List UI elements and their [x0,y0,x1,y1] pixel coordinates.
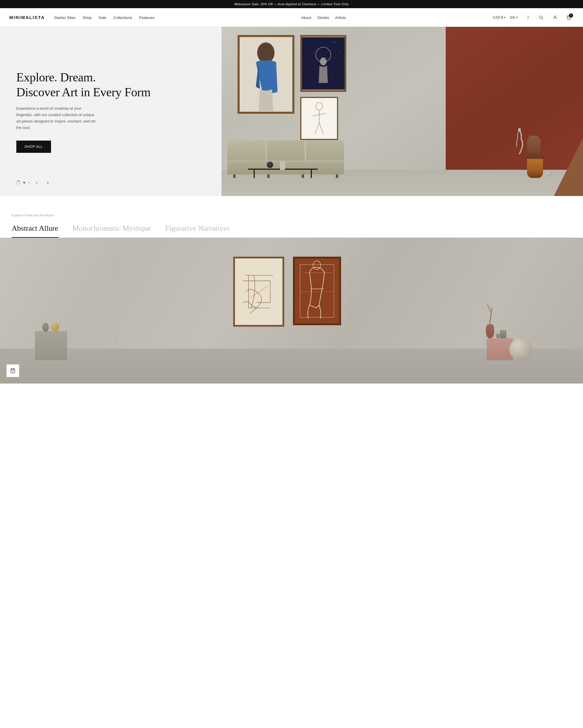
carousel-dot-2[interactable] [28,182,30,183]
small-sphere [546,171,551,176]
nav-link-stories[interactable]: Stories [317,16,329,20]
header: MINIMALISTA Starter Sites Shop Sale Coll… [0,8,583,27]
product-artwork-1-frame [233,257,284,327]
search-icon [539,15,543,20]
nav-link-shop[interactable]: Shop [83,16,91,20]
featured-section: Explore Featured Products Abstract Allur… [0,196,583,238]
decorative-vase [527,136,541,157]
carousel-controls: ‹ › [16,179,52,187]
svg-point-12 [307,58,308,59]
hero-image [222,27,583,196]
header-left: MINIMALISTA Starter Sites Shop Sale Coll… [9,15,155,20]
nav-link-collections[interactable]: Collections [113,16,132,20]
large-sphere [509,338,532,361]
cone-decoration [554,138,583,196]
sofa-back [227,140,344,161]
svg-point-9 [310,44,310,44]
nav-link-artists[interactable]: Artists [335,16,346,20]
hero-description: Experience a world of creativity at your… [16,105,98,131]
product-image-section [0,238,583,384]
hero-content: Explore. Dream. Discover Art in Every Fo… [0,27,222,196]
sculpture [513,127,526,157]
svg-point-11 [339,52,340,52]
announcement-bar: Midseason Sale: 20% Off — Auto Applied a… [0,0,583,8]
search-button[interactable] [536,13,546,22]
svg-point-0 [539,16,542,18]
tab-abstract-allure[interactable]: Abstract Allure [12,224,58,237]
sculpture-svg [513,127,526,157]
artwork-large-image [240,37,293,112]
artwork-small-frame [300,97,338,140]
logo[interactable]: MINIMALISTA [9,15,45,20]
language-chevron-icon: ▾ [516,16,518,19]
hero-section: Explore. Dream. Discover Art in Every Fo… [0,27,583,196]
nav-link-about[interactable]: About [301,16,311,20]
floating-cart-button[interactable] [6,364,19,377]
svg-point-8 [320,57,327,66]
tab-monochromatic-mystique[interactable]: Monochromatic Mystique [72,224,151,237]
nav-item-collections[interactable]: Collections [113,15,132,20]
announcement-text: Midseason Sale: 20% Off — Auto Applied a… [234,2,349,6]
hero-title: Explore. Dream. Discover Art in Every Fo… [16,70,207,100]
small-vase-right [486,324,494,338]
primary-nav-list: Starter Sites Shop Sale Collections Feat… [54,15,155,20]
carousel-spinner [16,181,20,185]
svg-rect-20 [235,259,282,324]
table-object-sphere [267,162,273,168]
coffee-table [248,168,318,178]
user-icon [553,15,557,20]
nav-item-artists[interactable]: Artists [335,15,346,20]
currency-chevron-icon: ▾ [504,16,505,19]
coffee-table-legs [248,170,318,178]
secondary-nav: About Stories Artists [301,15,346,20]
language-label: EN [510,16,515,20]
theme-toggle-button[interactable]: ☽ [522,13,532,22]
shop-all-button[interactable]: Shop All [16,140,51,153]
table-object-vase-sm [280,162,285,170]
cart-button[interactable]: 0 [564,13,574,22]
artwork-medium-image [302,37,344,90]
cart-badge: 0 [569,14,573,18]
product-artwork-2-frame [293,257,341,325]
svg-point-5 [257,42,274,63]
carousel-dot-1[interactable] [23,182,25,183]
nav-link-sale[interactable]: Sale [99,16,106,20]
featured-label: Explore Featured Products [12,213,571,217]
product-main-image [0,238,583,384]
carousel-next-button[interactable]: › [44,179,52,187]
language-selector[interactable]: EN ▾ [510,16,518,20]
currency-selector[interactable]: CAD $ ▾ [493,16,505,20]
nav-link-features[interactable]: Features [139,16,155,20]
secondary-nav-list: About Stories Artists [301,15,346,20]
header-right: CAD $ ▾ EN ▾ ☽ [493,13,574,22]
header-center: About Stories Artists [301,15,346,20]
moon-icon: ☽ [525,15,529,20]
nav-item-about[interactable]: About [301,15,311,20]
side-table [522,155,548,178]
svg-line-1 [542,18,543,20]
svg-point-10 [334,42,335,43]
decorative-mushroom [42,323,49,332]
account-button[interactable] [550,13,560,22]
svg-point-19 [518,128,521,132]
nav-item-shop[interactable]: Shop [83,15,91,20]
carousel-prev-button[interactable]: ‹ [33,179,41,187]
product-artwork-2-image [295,258,339,323]
svg-point-2 [554,16,556,17]
nav-link-starter-sites[interactable]: Starter Sites [54,16,76,20]
product-artwork-1-image [235,258,282,325]
nav-item-stories[interactable]: Stories [317,15,329,20]
artwork-small-image [301,98,337,139]
cylinder-obj-2 [496,333,500,338]
product-tabs: Abstract Allure Monochromatic Mystique F… [12,224,571,238]
decorative-ball-gold [51,323,59,331]
nav-item-sale[interactable]: Sale [99,15,106,20]
nav-item-starter-sites[interactable]: Starter Sites [54,15,76,20]
artwork-medium-frame [300,35,346,92]
tab-figurative-narratives[interactable]: Figurative Narratives [165,224,230,237]
svg-rect-24 [295,259,339,323]
floating-cart-icon [10,368,16,373]
nav-item-features[interactable]: Features [139,15,155,20]
artwork-large-frame [238,35,295,114]
side-table-base [527,159,543,178]
